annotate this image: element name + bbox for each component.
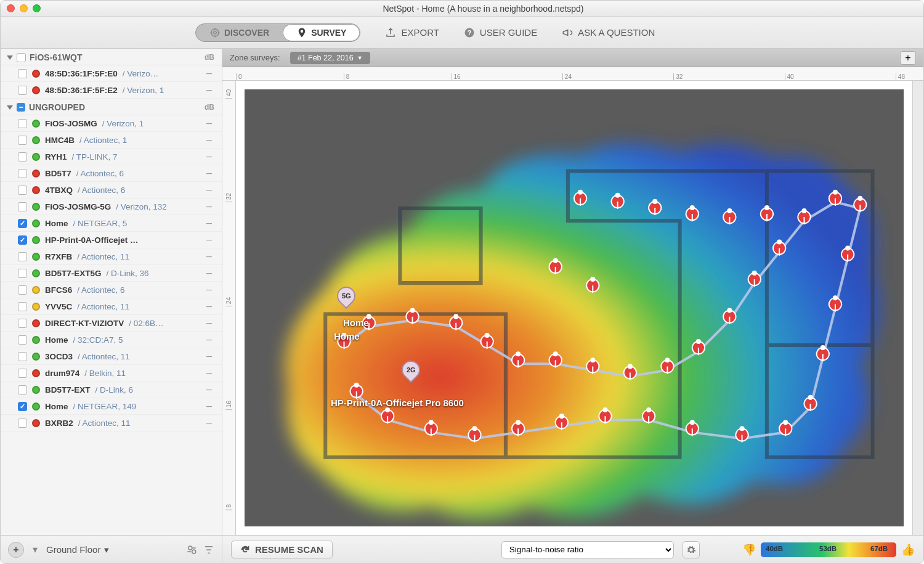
checkbox[interactable] xyxy=(18,352,27,361)
network-meta: / Actiontec, 11 xyxy=(78,419,131,428)
checkbox[interactable] xyxy=(18,86,27,95)
visualization-select[interactable]: Signal-to-noise ratio xyxy=(501,541,674,558)
zoom-icon[interactable] xyxy=(33,4,41,12)
visualization-settings-button[interactable] xyxy=(683,541,700,558)
network-name: Home xyxy=(45,335,68,345)
network-list[interactable]: FiOS-61WQTdB48:5D:36:1F:5F:E0 / Verizo…–… xyxy=(1,49,222,535)
checkbox[interactable] xyxy=(18,169,27,178)
checkbox[interactable] xyxy=(18,285,27,295)
svg-point-24 xyxy=(833,295,838,300)
ruler-tick: 16 xyxy=(225,401,232,410)
network-row[interactable]: R7XFB / Actiontec, 11– xyxy=(1,248,222,265)
signal-dot-icon xyxy=(32,236,40,244)
resume-scan-button[interactable]: RESUME SCAN xyxy=(231,541,333,558)
checkbox[interactable] xyxy=(18,269,27,278)
svg-point-39 xyxy=(615,193,620,198)
thumb-down-icon[interactable]: 👎 xyxy=(742,543,756,557)
network-group-header[interactable]: −UNGROUPEDdB xyxy=(1,99,222,115)
svg-point-44 xyxy=(590,277,595,282)
value-placeholder: – xyxy=(206,301,214,312)
checkbox[interactable] xyxy=(18,252,27,261)
svg-point-12 xyxy=(553,351,558,356)
value-placeholder: – xyxy=(206,317,214,329)
network-row[interactable]: DIRECT-KT-VIZIOTV / 02:6B…– xyxy=(1,315,222,332)
network-meta: / Actiontec, 6 xyxy=(77,285,124,295)
filter-icon[interactable] xyxy=(203,544,214,555)
network-row[interactable]: BD5T7 / Actiontec, 6– xyxy=(1,165,222,182)
discover-tab[interactable]: DISCOVER xyxy=(196,24,283,41)
zone-selector[interactable]: #1 Feb 22, 2016 ▼ xyxy=(290,52,370,64)
network-row[interactable]: BD5T7-EXT5G / D-Link, 36– xyxy=(1,265,222,282)
checkbox[interactable] xyxy=(18,369,27,378)
network-row[interactable]: 3OCD3 / Actiontec, 11– xyxy=(1,348,222,365)
svg-point-9 xyxy=(453,314,458,319)
signal-dot-icon xyxy=(32,219,40,227)
svg-point-10 xyxy=(485,333,490,338)
checkbox[interactable] xyxy=(17,53,26,62)
heatmap-canvas[interactable]: 5G 2G Home Home HP-Print-0A-Officejet Pr… xyxy=(236,81,912,535)
signal-dot-icon xyxy=(32,70,40,78)
add-zone-button[interactable]: + xyxy=(900,51,916,65)
app-window: NetSpot - Home (A house in a neighborhoo… xyxy=(0,0,924,564)
checkbox[interactable] xyxy=(18,119,27,128)
network-row[interactable]: Home / 32:CD:A7, 5– xyxy=(1,332,222,348)
network-meta: / Actiontec, 6 xyxy=(76,169,124,178)
network-row[interactable]: FiOS-JOSMG-5G / Verizon, 132– xyxy=(1,198,222,215)
checkbox[interactable] xyxy=(18,219,27,228)
signal-dot-icon xyxy=(32,286,40,294)
network-group-header[interactable]: FiOS-61WQTdB xyxy=(1,49,222,65)
thumb-up-icon[interactable]: 👍 xyxy=(901,543,915,557)
network-row[interactable]: 4TBXQ / Actiontec, 6– xyxy=(1,182,222,198)
network-row[interactable]: BD5T7-EXT / D-Link, 6– xyxy=(1,382,222,398)
checkbox[interactable] xyxy=(18,319,27,328)
scrollbar-vertical[interactable] xyxy=(912,81,923,535)
floor-selector[interactable]: Ground Floor ▾ xyxy=(46,544,109,555)
network-meta: / Actiontec, 11 xyxy=(77,302,129,311)
add-button[interactable]: + xyxy=(8,542,24,558)
network-row[interactable]: BXRB2 / Actiontec, 11– xyxy=(1,415,222,431)
help-icon: ? xyxy=(464,27,475,38)
checkbox[interactable] xyxy=(18,419,27,428)
checkbox[interactable] xyxy=(18,335,27,345)
network-row[interactable]: RYH1 / TP-LINK, 7– xyxy=(1,149,222,165)
survey-tab[interactable]: SURVEY xyxy=(283,24,360,41)
checkbox[interactable] xyxy=(18,136,27,145)
value-placeholder: – xyxy=(206,384,214,395)
checkbox[interactable] xyxy=(18,202,27,211)
network-row[interactable]: 48:5D:36:1F:5F:E2 / Verizon, 1– xyxy=(1,82,222,99)
network-row[interactable]: HMC4B / Actiontec, 1– xyxy=(1,132,222,149)
network-row[interactable]: Home / NETGEAR, 149– xyxy=(1,398,222,415)
svg-point-27 xyxy=(783,420,788,425)
checkbox[interactable] xyxy=(18,69,27,78)
checkbox[interactable] xyxy=(18,235,27,245)
content-area: FiOS-61WQTdB48:5D:36:1F:5F:E0 / Verizo…–… xyxy=(1,49,923,563)
network-meta: / Verizon, 1 xyxy=(123,86,164,95)
user-guide-button[interactable]: ? USER GUIDE xyxy=(464,27,537,38)
ask-question-button[interactable]: ASK A QUESTION xyxy=(562,27,655,38)
network-meta: / 32:CD:A7, 5 xyxy=(73,335,123,345)
network-meta: / Actiontec, 6 xyxy=(78,186,125,195)
network-row[interactable]: Home / NETGEAR, 5– xyxy=(1,215,222,232)
ruler-tick: 24 xyxy=(562,73,572,80)
checkbox[interactable] xyxy=(18,186,27,195)
unit-label: dB xyxy=(205,103,214,112)
network-row[interactable]: drum974 / Belkin, 11– xyxy=(1,365,222,382)
network-row[interactable]: FiOS-JOSMG / Verizon, 1– xyxy=(1,115,222,132)
network-meta: / Actiontec, 1 xyxy=(79,136,127,145)
network-meta: / Verizon, 132 xyxy=(116,202,167,211)
checkbox[interactable] xyxy=(18,402,27,411)
checkbox[interactable] xyxy=(18,152,27,161)
network-row[interactable]: YVV5C / Actiontec, 11– xyxy=(1,298,222,315)
network-meta: / TP-LINK, 7 xyxy=(72,152,118,161)
network-meta: / Verizo… xyxy=(123,69,159,78)
minimize-icon[interactable] xyxy=(20,4,28,12)
checkbox[interactable] xyxy=(18,385,27,394)
network-row[interactable]: BFCS6 / Actiontec, 6– xyxy=(1,282,222,298)
network-row[interactable]: HP-Print-0A-Officejet Pro 8…– xyxy=(1,232,222,248)
export-button[interactable]: EXPORT xyxy=(385,27,439,38)
ruler-vertical: 403224168 xyxy=(222,81,236,535)
close-icon[interactable] xyxy=(7,4,15,12)
network-row[interactable]: 48:5D:36:1F:5F:E0 / Verizo…– xyxy=(1,65,222,82)
checkbox[interactable] xyxy=(18,302,27,311)
identify-icon[interactable] xyxy=(186,544,197,555)
